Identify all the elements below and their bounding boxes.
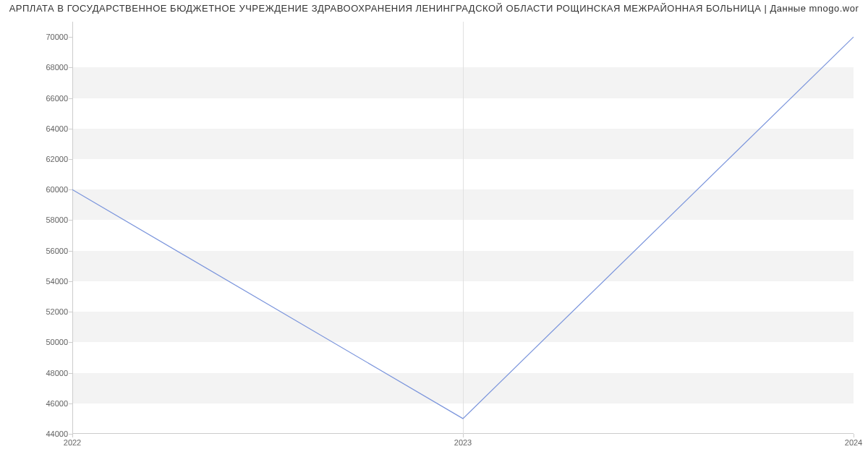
x-tick-label: 2023 — [454, 438, 472, 447]
y-tick-label: 56000 — [3, 247, 68, 255]
plot-area — [72, 22, 854, 434]
y-tick-label: 54000 — [3, 277, 68, 286]
y-tick-label: 62000 — [3, 155, 68, 163]
y-tick-label: 46000 — [3, 399, 68, 408]
y-tick-label: 48000 — [3, 369, 68, 377]
x-tick-mark — [854, 434, 854, 437]
x-tick-mark — [72, 434, 73, 437]
x-tick-label: 2022 — [64, 438, 81, 447]
x-tick-mark — [463, 434, 464, 437]
y-tick-label: 50000 — [3, 338, 68, 346]
chart-container: АРПЛАТА В ГОСУДАРСТВЕННОЕ БЮДЖЕТНОЕ УЧРЕ… — [0, 0, 868, 470]
y-tick-label: 44000 — [3, 430, 68, 438]
y-tick-label: 68000 — [3, 63, 68, 72]
chart-title: АРПЛАТА В ГОСУДАРСТВЕННОЕ БЮДЖЕТНОЕ УЧРЕ… — [0, 3, 868, 14]
y-tick-label: 64000 — [3, 124, 68, 133]
y-tick-label: 58000 — [3, 215, 68, 224]
line-series-svg — [72, 22, 854, 434]
series-line — [72, 37, 854, 419]
x-tick-label: 2024 — [845, 438, 862, 447]
y-tick-label: 52000 — [3, 307, 68, 316]
y-tick-label: 66000 — [3, 94, 68, 103]
y-tick-label: 60000 — [3, 185, 68, 194]
y-tick-label: 70000 — [3, 33, 68, 41]
